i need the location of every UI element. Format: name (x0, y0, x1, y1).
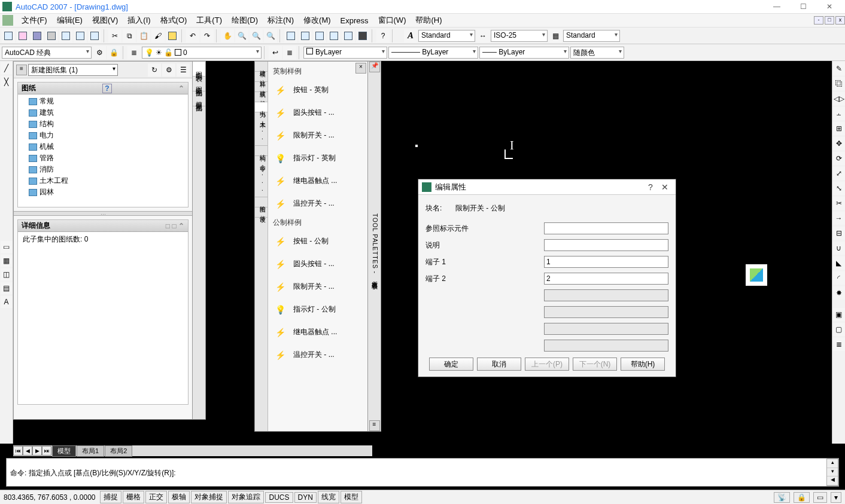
drawing-area[interactable]: ╱ ╳ ▭ ▦ ◫ ▤ A 图纸集管理器 ✎ ⿻ ◁▷ ⫠ ⊞ ✥ ⟳ ⤢ ⤡ … (0, 61, 845, 456)
palette-item[interactable]: ⚡限制开关 - ... (268, 124, 367, 147)
zoom-window-button[interactable]: 🔍 (250, 29, 263, 42)
menu-modify[interactable]: 修改(M) (299, 14, 336, 27)
menu-window[interactable]: 窗口(W) (373, 14, 411, 27)
palette-menu-button[interactable]: ≡ (369, 420, 380, 431)
menu-tools[interactable]: 工具(T) (192, 14, 227, 27)
coordinates[interactable]: 803.4365, 767.6053 , 0.0000 (0, 493, 99, 502)
cancel-button[interactable]: 取消 (477, 358, 521, 371)
palette-tab-arch[interactable]: 建筑 (255, 82, 268, 92)
tab-nav-prev[interactable]: ◀ (23, 446, 32, 456)
minimize-button[interactable]: — (764, 0, 790, 13)
palette-tab-civil[interactable]: 土木... (255, 112, 268, 146)
sheets-help-icon[interactable]: ? (102, 84, 111, 93)
palette-tab-modify[interactable]: 修改 (255, 207, 268, 218)
join-icon[interactable]: ∪ (832, 242, 846, 255)
vtab-sheetview[interactable]: 图纸视图 (193, 77, 205, 91)
undo-button[interactable]: ↶ (186, 29, 199, 42)
status-grid[interactable]: 栅格 (123, 491, 144, 503)
new-button[interactable] (2, 29, 15, 42)
menu-view[interactable]: 视图(V) (87, 14, 123, 27)
fillet-icon[interactable]: ◜ (832, 271, 846, 285)
palette-tab-elec[interactable]: 电力 (255, 102, 268, 112)
plot-button[interactable] (45, 29, 58, 42)
dimstyle-icon[interactable]: ↔ (476, 29, 490, 42)
sheets-collapse-icon[interactable]: ⌃ (178, 84, 184, 93)
stretch-icon[interactable]: ⤡ (832, 182, 846, 195)
hatch-icon[interactable]: ▦ (1, 255, 13, 267)
send-back-icon[interactable]: ▢ (832, 323, 846, 336)
sheets-tree[interactable]: 常规 建筑 结构 电力 机械 管路 消防 土木工程 园林 (18, 94, 188, 199)
maximize-button[interactable]: ☐ (790, 0, 816, 13)
palette-item[interactable]: 💡指示灯 - 公制 (268, 298, 367, 321)
xline-icon[interactable]: ╳ (1, 76, 13, 88)
palette-item[interactable]: ⚡温控开关 - ... (268, 193, 367, 215)
scale-icon[interactable]: ⤢ (832, 167, 846, 180)
preview-button[interactable] (59, 29, 72, 42)
palette-item[interactable]: ⚡继电器触点 ... (268, 170, 367, 193)
palette-item[interactable]: ⚡继电器触点 ... (268, 321, 367, 344)
layer-states-button[interactable]: ≣ (283, 46, 296, 59)
dialog-close-button[interactable]: ✕ (658, 182, 672, 192)
status-menu-icon[interactable]: ▾ (831, 492, 841, 503)
dialog-help-button[interactable]: ? (643, 182, 658, 192)
palette-item[interactable]: ⚡温控开关 - ... (268, 344, 367, 366)
publish-button[interactable] (74, 29, 87, 42)
status-ortho[interactable]: 正交 (145, 491, 167, 503)
status-model[interactable]: 模型 (341, 491, 362, 503)
menu-format[interactable]: 格式(O) (156, 14, 192, 27)
sheetset-button[interactable] (327, 29, 341, 42)
tab-nav-next[interactable]: ▶ (32, 446, 42, 456)
markup-button[interactable] (342, 29, 355, 42)
extend-icon[interactable]: → (832, 212, 846, 225)
text-icon[interactable]: A (1, 296, 13, 308)
command-line[interactable]: 命令: 指定插入点或 [基点(B)/比例(S)/X/Y/Z/旋转(R)]: (6, 458, 839, 487)
vtab-modelview[interactable]: 模型视图 (193, 91, 205, 106)
palette-item[interactable]: 💡指示灯 - 英制 (268, 147, 367, 170)
status-otrack[interactable]: 对象追踪 (228, 491, 264, 503)
menu-help[interactable]: 帮助(H) (411, 14, 446, 27)
dimstyle-dropdown[interactable]: ISO-25 (491, 30, 548, 42)
ok-button[interactable]: 确定 (429, 358, 473, 371)
tablestyle-icon[interactable]: ▦ (549, 29, 562, 42)
break-icon[interactable]: ⊟ (832, 227, 846, 240)
zoom-previous-button[interactable]: 🔍 (264, 29, 277, 42)
toolpalette-button[interactable] (313, 29, 326, 42)
layer-previous-button[interactable]: ↩ (269, 46, 282, 59)
send-button[interactable] (88, 29, 101, 42)
status-snap[interactable]: 捕捉 (100, 491, 121, 503)
region-icon[interactable]: ◫ (1, 268, 13, 280)
tab-model[interactable]: 模型 (52, 445, 76, 457)
copy-button[interactable]: ⧉ (123, 29, 136, 42)
workspace-lock-button[interactable]: 🔒 (107, 46, 120, 59)
plotstyle-dropdown[interactable]: 随颜色 (570, 47, 624, 59)
color-dropdown[interactable]: ByLayer (303, 47, 387, 59)
save-button[interactable] (31, 29, 44, 42)
vtab-sheetlist[interactable]: 图纸列表 (193, 62, 205, 77)
workspace-settings-button[interactable]: ⚙ (93, 46, 106, 59)
properties-button[interactable] (284, 29, 297, 42)
offset-icon[interactable]: ⫠ (832, 107, 846, 120)
layer-manager-button[interactable]: ≣ (127, 46, 141, 59)
status-polar[interactable]: 极轴 (168, 491, 190, 503)
zoom-rt-button[interactable]: 🔍 (235, 29, 248, 42)
status-lwt[interactable]: 线宽 (318, 491, 339, 503)
child-minimize-button[interactable]: - (814, 16, 823, 25)
mirror-icon[interactable]: ◁▷ (832, 92, 846, 105)
palette-item[interactable]: ⚡圆头按钮 - ... (268, 253, 367, 276)
palette-tab-model[interactable]: 建模 (255, 62, 268, 72)
help-button[interactable]: 帮助(H) (621, 358, 665, 371)
status-ducs[interactable]: DUCS (265, 492, 293, 503)
status-comm-icon[interactable]: 📡 (774, 492, 790, 503)
palette-item[interactable]: ⚡限制开关 - ... (268, 276, 367, 298)
tab-layout1[interactable]: 布局1 (77, 445, 104, 457)
palette-tab-struct[interactable]: 结构 (255, 146, 268, 156)
sheetset-splitter[interactable]: ⋯ (14, 211, 192, 216)
command-scrollbar[interactable]: ▴▾◀ (826, 459, 838, 486)
palette-tab-cmd[interactable]: 命令 ... (255, 156, 268, 197)
table-icon[interactable]: ▤ (1, 282, 13, 294)
menu-draw[interactable]: 绘图(D) (227, 14, 263, 27)
explode-icon[interactable]: ✸ (832, 286, 846, 300)
attr-input-3[interactable] (544, 273, 668, 285)
textstyle-dropdown[interactable]: Standard (418, 30, 475, 42)
menu-insert[interactable]: 插入(I) (123, 14, 155, 27)
